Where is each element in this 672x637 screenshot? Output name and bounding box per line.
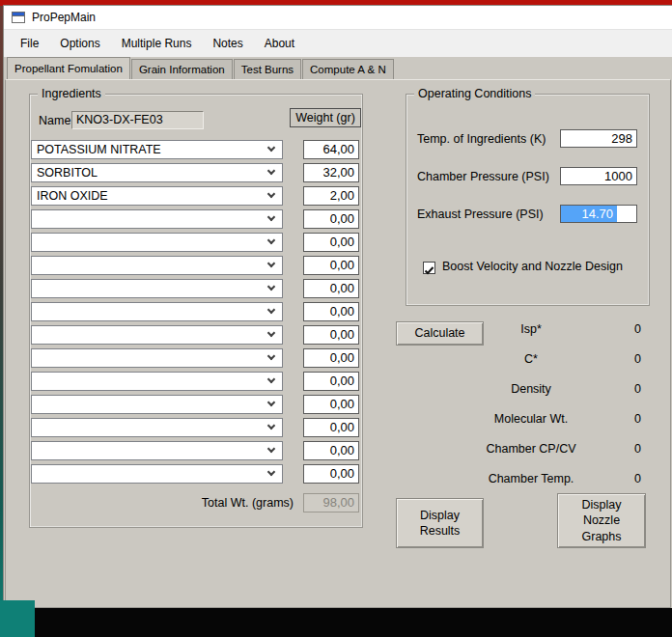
- chevron-down-icon: [267, 399, 275, 406]
- ingredient-row: SORBITOL 32,00: [31, 163, 363, 182]
- chevron-down-icon: [267, 190, 275, 198]
- ingredient-row: 0,00: [31, 233, 363, 252]
- weight-input[interactable]: 0,00: [303, 464, 359, 484]
- chevron-down-icon: [267, 375, 275, 383]
- ingredient-row: POTASSIUM NITRATE 64,00: [31, 140, 363, 159]
- ingredient-row: 0,00: [31, 348, 363, 368]
- tab-test-burns[interactable]: Test Burns: [234, 59, 301, 79]
- weight-input[interactable]: 0,00: [303, 256, 359, 275]
- ingredient-select[interactable]: [31, 372, 283, 391]
- ingredient-select[interactable]: [31, 464, 283, 484]
- weight-input[interactable]: 0,00: [303, 325, 359, 345]
- ingredient-row: 0,00: [31, 209, 363, 229]
- formulation-name-input[interactable]: KNO3-DX-FE03: [71, 111, 204, 129]
- ingredient-select[interactable]: [31, 395, 283, 414]
- name-label: Name: [39, 114, 70, 127]
- window-title: ProPepMain: [32, 11, 96, 24]
- ingredient-row: IRON OXIDE 2,00: [31, 186, 363, 206]
- molecular-wt-value: 0: [601, 412, 641, 426]
- checkmark-icon: [424, 265, 434, 276]
- weight-header: Weight (gr): [290, 108, 361, 127]
- display-nozzle-graphs-button[interactable]: Display Nozzle Graphs: [557, 493, 646, 548]
- display-results-button[interactable]: Display Results: [396, 498, 484, 548]
- chamber-temp-label: Chamber Temp.: [465, 472, 597, 485]
- weight-input[interactable]: 64,00: [303, 140, 359, 159]
- chamber-temp-value: 0: [601, 472, 641, 485]
- cstar-value: 0: [601, 352, 641, 366]
- chevron-down-icon: [267, 306, 275, 314]
- weight-input[interactable]: 0,00: [303, 418, 359, 437]
- boost-velocity-checkbox-label: Boost Velocity and Nozzle Design: [442, 260, 623, 273]
- ingredient-select[interactable]: [31, 325, 283, 345]
- ingredient-select[interactable]: IRON OXIDE: [31, 186, 283, 206]
- tab-grain-information[interactable]: Grain Information: [131, 59, 233, 79]
- weight-input[interactable]: 0,00: [303, 441, 359, 460]
- menu-about[interactable]: About: [254, 32, 305, 55]
- tab-propellant-formulation[interactable]: Propellant Fomulation: [7, 57, 130, 79]
- tab-strip: Propellant Fomulation Grain Information …: [7, 57, 395, 79]
- ingredients-group-label: Ingredients: [38, 87, 105, 100]
- chevron-down-icon: [267, 260, 275, 267]
- chevron-down-icon: [267, 329, 275, 337]
- ingredient-row: 0,00: [31, 372, 363, 391]
- ingredient-row: 0,00: [31, 279, 363, 298]
- ingredient-select[interactable]: [31, 233, 283, 252]
- cstar-label: C*: [465, 352, 597, 366]
- exhaust-pressure-input[interactable]: 14.70: [560, 205, 637, 223]
- total-weight-value: 98,00: [303, 493, 359, 512]
- selected-text-highlight: 14.70: [561, 206, 617, 222]
- ingredient-row: 0,00: [31, 395, 363, 414]
- chevron-down-icon: [267, 283, 275, 291]
- ingredient-row: 0,00: [31, 256, 363, 275]
- ingredient-row: 0,00: [31, 325, 363, 345]
- chamber-pressure-label: Chamber Pressure (PSI): [417, 170, 549, 183]
- app-icon[interactable]: [11, 10, 26, 25]
- ingredient-select[interactable]: [31, 256, 283, 275]
- weight-input[interactable]: 0,00: [303, 395, 359, 414]
- menu-notes[interactable]: Notes: [202, 32, 253, 55]
- ingredient-select[interactable]: [31, 279, 283, 298]
- molecular-wt-label: Molecular Wt.: [465, 412, 597, 426]
- weight-input[interactable]: 0,00: [303, 348, 359, 368]
- weight-input[interactable]: 2,00: [303, 186, 359, 206]
- ingredient-select[interactable]: [31, 302, 283, 321]
- chevron-down-icon: [267, 144, 275, 152]
- isp-value: 0: [601, 322, 641, 336]
- operating-conditions-group: Operating Conditions: [406, 94, 650, 306]
- ingredient-select[interactable]: [31, 441, 283, 460]
- boost-velocity-checkbox[interactable]: [423, 262, 435, 274]
- chevron-down-icon: [267, 468, 275, 476]
- desktop-teal-square: [0, 600, 35, 637]
- density-value: 0: [601, 382, 641, 396]
- desktop-bottom-band: [0, 608, 672, 637]
- temp-ingredients-input[interactable]: 298: [560, 129, 637, 148]
- ingredient-row: 0,00: [31, 464, 363, 484]
- ingredient-select[interactable]: SORBITOL: [31, 163, 283, 182]
- weight-input[interactable]: 0,00: [303, 209, 359, 229]
- chevron-down-icon: [267, 445, 275, 453]
- weight-input[interactable]: 0,00: [303, 302, 359, 321]
- chevron-down-icon: [267, 167, 275, 175]
- tab-compute-a-n[interactable]: Compute A & N: [302, 59, 394, 79]
- ingredient-select[interactable]: [31, 348, 283, 368]
- isp-label: Isp*: [465, 322, 597, 336]
- operating-conditions-group-label: Operating Conditions: [414, 87, 535, 100]
- menu-options[interactable]: Options: [49, 32, 110, 55]
- weight-input[interactable]: 0,00: [303, 372, 359, 391]
- weight-input[interactable]: 0,00: [303, 233, 359, 252]
- chamber-cpcv-label: Chamber CP/CV: [465, 442, 597, 456]
- chevron-down-icon: [267, 352, 275, 360]
- chamber-cpcv-value: 0: [601, 442, 641, 456]
- exhaust-pressure-label: Exhaust Pressure (PSI): [417, 208, 544, 221]
- weight-input[interactable]: 0,00: [303, 279, 359, 298]
- weight-input[interactable]: 32,00: [303, 163, 359, 182]
- ingredient-select[interactable]: [31, 418, 283, 437]
- ingredient-select[interactable]: POTASSIUM NITRATE: [31, 140, 283, 159]
- ingredient-select[interactable]: [31, 209, 283, 229]
- menu-multiple-runs[interactable]: Multiple Runs: [111, 32, 203, 55]
- title-bar[interactable]: ProPepMain: [4, 6, 672, 30]
- chevron-down-icon: [267, 213, 275, 221]
- total-weight-label: Total Wt. (grams): [139, 496, 294, 510]
- menu-file[interactable]: File: [10, 32, 49, 55]
- chamber-pressure-input[interactable]: 1000: [560, 167, 637, 185]
